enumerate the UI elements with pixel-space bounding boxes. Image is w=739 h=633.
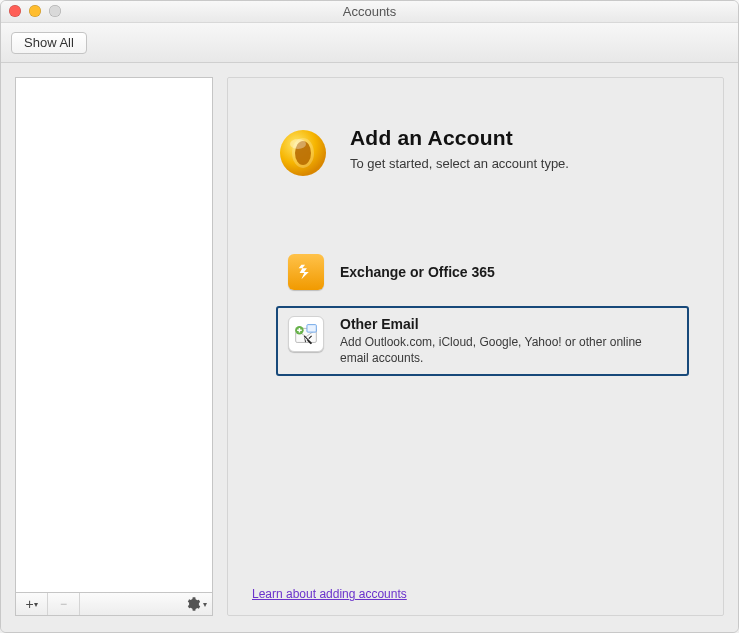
main-panel: Add an Account To get started, select an… — [227, 77, 724, 616]
show-all-button[interactable]: Show All — [11, 32, 87, 54]
option-other-email[interactable]: Other Email Add Outlook.com, iCloud, Goo… — [276, 306, 689, 376]
window-controls — [9, 5, 61, 17]
svg-rect-5 — [307, 325, 316, 333]
account-actions-button[interactable]: ▾ — [180, 593, 212, 615]
outlook-logo-icon — [276, 126, 330, 180]
gear-icon — [185, 596, 201, 612]
option-exchange-title: Exchange or Office 365 — [340, 264, 495, 280]
add-account-button[interactable]: +▾ — [16, 593, 48, 615]
option-exchange-text: Exchange or Office 365 — [340, 264, 495, 280]
exchange-icon — [288, 254, 324, 290]
learn-link-label: Learn about adding accounts — [252, 587, 407, 601]
zoom-window-button[interactable] — [49, 5, 61, 17]
option-other-email-title: Other Email — [340, 316, 670, 332]
accounts-list-toolbar: +▾ − ▾ — [15, 592, 213, 616]
remove-account-button[interactable]: − — [48, 593, 80, 615]
option-other-email-desc: Add Outlook.com, iCloud, Google, Yahoo! … — [340, 334, 670, 366]
hero-text: Add an Account To get started, select an… — [350, 126, 569, 171]
svg-point-3 — [290, 139, 306, 149]
preferences-toolbar: Show All — [1, 23, 738, 63]
titlebar: Accounts — [1, 1, 738, 23]
minus-icon: − — [60, 597, 67, 611]
chevron-down-icon: ▾ — [203, 600, 207, 609]
other-email-icon — [288, 316, 324, 352]
hero-section: Add an Account To get started, select an… — [276, 126, 699, 180]
hero-subtitle: To get started, select an account type. — [350, 156, 569, 171]
plus-icon: + — [25, 596, 31, 612]
accounts-sidebar: +▾ − ▾ — [15, 77, 213, 616]
content-area: +▾ − ▾ — [1, 63, 738, 632]
learn-about-adding-accounts-link[interactable]: Learn about adding accounts — [252, 587, 407, 601]
close-window-button[interactable] — [9, 5, 21, 17]
show-all-label: Show All — [24, 35, 74, 50]
window-title: Accounts — [343, 4, 396, 19]
option-other-email-text: Other Email Add Outlook.com, iCloud, Goo… — [340, 316, 670, 366]
accounts-list[interactable] — [15, 77, 213, 592]
accounts-window: Accounts Show All +▾ − ▾ — [0, 0, 739, 633]
option-exchange[interactable]: Exchange or Office 365 — [276, 244, 689, 300]
hero-title: Add an Account — [350, 126, 569, 150]
minimize-window-button[interactable] — [29, 5, 41, 17]
chevron-down-icon: ▾ — [34, 600, 38, 609]
